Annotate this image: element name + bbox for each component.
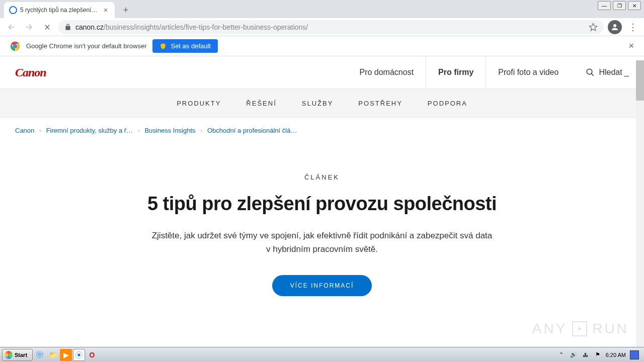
windows-icon [5,351,13,359]
article-subtitle: Zjistěte, jak udržet své týmy ve spojení… [151,229,493,256]
subnav-solutions[interactable]: ŘEŠENÍ [246,100,276,107]
subnav-services[interactable]: SLUŽBY [302,100,334,107]
anyrun-watermark: ANY RUN [532,321,629,337]
subnav-products[interactable]: PRODUKTY [177,100,221,107]
close-icon [43,23,51,31]
subnav-insights[interactable]: POSTŘEHY [358,100,403,107]
svg-point-4 [14,45,16,47]
new-tab-button[interactable]: + [119,3,133,17]
favicon-icon [9,6,17,14]
more-info-button[interactable]: VÍCE INFORMACÍ [272,275,372,296]
address-bar[interactable]: canon.cz/business/insights/articles/five… [58,20,604,34]
clock[interactable]: 6:20 AM [606,352,626,358]
tab-title: 5 rychlých tipů na zlepšení vašich ob [20,7,99,14]
arrow-right-icon [25,23,34,32]
system-tray: ⌃ 🔊 🖧 ⚑ 6:20 AM [557,350,642,359]
subnav-support[interactable]: PODPORA [428,100,467,107]
person-icon [610,23,619,32]
browser-menu-button[interactable]: ⋮ [626,20,640,34]
breadcrumb-2[interactable]: Business Insights [144,127,195,134]
scrollbar-thumb[interactable] [636,60,644,101]
infobar-close-button[interactable]: × [628,41,634,51]
chevron-right-icon: › [138,128,139,133]
taskbar-media[interactable]: ▶ [60,349,72,361]
network-icon[interactable]: 🖧 [582,351,590,359]
canon-logo[interactable]: Canon [15,66,46,79]
scrollbar[interactable] [636,60,644,347]
svg-line-6 [592,73,594,76]
chevron-right-icon: › [39,128,41,133]
infobar-text: Google Chrome isn't your default browser [26,42,146,50]
svg-point-5 [587,69,593,74]
page-content: Canon Pro domácnost Pro firmy Profi foto… [0,56,644,316]
browser-tab[interactable]: 5 rychlých tipů na zlepšení vašich ob × [4,2,115,18]
tray-expand-icon[interactable]: ⌃ [557,351,566,359]
nav-business[interactable]: Pro firmy [426,56,486,88]
tab-bar: 5 rychlých tipů na zlepšení vašich ob × … [0,0,644,18]
search-label: Hledat _ [599,68,629,77]
nav-pro[interactable]: Profi foto a video [486,56,571,88]
breadcrumb-3[interactable]: Obchodní a profesionální člá… [207,127,297,134]
svg-point-8 [77,353,80,356]
back-button[interactable] [4,20,18,34]
breadcrumb: Canon › Firemní produkty, služby a ř… › … [0,118,644,143]
article-hero: ČLÁNEK 5 tipů pro zlepšení provozu spole… [0,143,644,316]
set-default-button[interactable]: Set as default [152,39,218,53]
default-browser-infobar: Google Chrome isn't your default browser… [0,36,644,56]
stop-button[interactable] [40,20,54,34]
search-button[interactable]: Hledat _ [586,68,629,77]
forward-button[interactable] [22,20,36,34]
url-text: canon.cz/business/insights/articles/five… [75,23,308,31]
close-tab-icon[interactable]: × [102,6,110,14]
browser-toolbar: canon.cz/business/insights/articles/five… [0,18,644,36]
close-window-button[interactable]: ✕ [628,1,641,10]
show-desktop[interactable] [630,350,639,359]
shield-icon [159,43,167,50]
browser-chrome: 5 rychlých tipů na zlepšení vašich ob × … [0,0,644,56]
taskbar: Start ⓔ 📁 ▶ O ⌃ 🔊 🖧 ⚑ 6:20 AM [0,347,644,362]
chrome-icon [10,41,20,51]
arrow-left-icon [7,23,16,32]
nav-home[interactable]: Pro domácnost [347,56,426,88]
start-button[interactable]: Start [2,349,33,361]
article-label: ČLÁNEK [20,173,624,181]
volume-icon[interactable]: 🔊 [570,351,578,359]
lock-icon [64,24,71,31]
bookmark-star-icon[interactable] [589,23,598,32]
breadcrumb-home[interactable]: Canon [15,127,34,134]
maximize-button[interactable]: ❐ [613,1,626,10]
chrome-icon [75,351,83,359]
profile-button[interactable] [608,20,622,34]
taskbar-ie[interactable]: ⓔ [34,349,46,361]
minimize-button[interactable]: — [598,1,611,10]
site-header: Canon Pro domácnost Pro firmy Profi foto… [0,56,644,88]
search-icon [586,68,595,77]
chevron-right-icon: › [201,128,202,133]
sub-nav: PRODUKTY ŘEŠENÍ SLUŽBY POSTŘEHY PODPORA [0,88,644,118]
article-title: 5 tipů pro zlepšení provozu společnosti [20,193,624,215]
play-icon [572,321,587,336]
window-controls: — ❐ ✕ [598,1,641,10]
taskbar-opera[interactable]: O [86,349,98,361]
flag-icon[interactable]: ⚑ [594,351,602,359]
main-nav: Pro domácnost Pro firmy Profi foto a vid… [347,56,571,88]
breadcrumb-1[interactable]: Firemní produkty, služby a ř… [46,127,133,134]
taskbar-explorer[interactable]: 📁 [47,349,59,361]
taskbar-chrome[interactable] [73,349,85,361]
